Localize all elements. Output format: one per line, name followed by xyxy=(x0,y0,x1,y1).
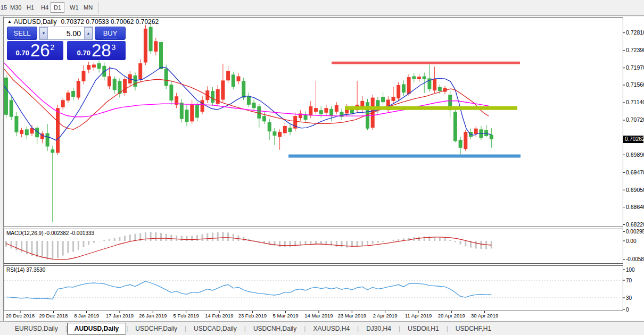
tab-audusd-daily[interactable]: AUDUSD,Daily xyxy=(67,323,126,334)
svg-text:0.71560: 0.71560 xyxy=(626,81,644,88)
svg-text:0.68220: 0.68220 xyxy=(626,221,644,228)
timeframe-h1[interactable]: H1 xyxy=(24,3,36,12)
svg-text:30 Apr 2019: 30 Apr 2019 xyxy=(471,313,498,319)
svg-text:2 Apr 2019: 2 Apr 2019 xyxy=(373,313,398,319)
time-axis[interactable]: 20 Dec 201829 Dec 20188 Jan 201917 Jan 2… xyxy=(6,311,498,319)
symbol-tab-bar: EURUSD,Daily|AUDUSD,Daily|USDCHF,Daily|U… xyxy=(0,321,644,335)
collapse-arrow-icon[interactable]: ▲ xyxy=(7,19,12,24)
quote-line: ▲AUDUSD,Daily0.70372 0.70533 0.70062 0.7… xyxy=(7,18,159,26)
buy-price-superscript: 3 xyxy=(112,43,116,52)
svg-text:5 Mar 2019: 5 Mar 2019 xyxy=(273,313,299,319)
svg-text:0.71140: 0.71140 xyxy=(626,99,644,105)
buy-price-big: 28 xyxy=(92,43,111,58)
sell-button-label: SELL xyxy=(14,29,31,38)
svg-text:26 Jan 2019: 26 Jan 2019 xyxy=(139,313,167,319)
buy-button-label: BUY xyxy=(103,29,118,38)
svg-text:100: 100 xyxy=(626,267,635,273)
svg-text:29 Dec 2018: 29 Dec 2018 xyxy=(39,313,68,319)
svg-text:0.002957: 0.002957 xyxy=(626,229,644,234)
tab-usdcad-daily[interactable]: USDCAD,Daily xyxy=(186,323,244,334)
svg-text:17 Jan 2019: 17 Jan 2019 xyxy=(106,313,134,319)
timeframe-h4[interactable]: H4 xyxy=(39,3,51,12)
svg-text:11 Apr 2019: 11 Apr 2019 xyxy=(405,313,432,319)
sell-price-big: 26 xyxy=(30,43,50,58)
svg-text:14 Feb 2019: 14 Feb 2019 xyxy=(205,313,233,319)
svg-text:0.72810: 0.72810 xyxy=(626,29,644,36)
svg-text:23 Feb 2019: 23 Feb 2019 xyxy=(238,313,267,319)
panel-frames xyxy=(4,17,644,321)
svg-text:0.00: 0.00 xyxy=(626,238,637,244)
buy-button[interactable]: BUY xyxy=(95,27,126,40)
svg-text:0.71970: 0.71970 xyxy=(626,64,644,71)
ohlc-values: 0.70372 0.70533 0.70062 0.70262 xyxy=(61,18,159,26)
chart-window[interactable]: 0.728100.723900.719700.715600.711400.707… xyxy=(0,16,644,321)
up-arrow-icon: ▲ xyxy=(87,31,90,35)
svg-text:20 Dec 2018: 20 Dec 2018 xyxy=(6,313,35,319)
timeframe-mn[interactable]: MN xyxy=(81,3,95,12)
timeframe-d1[interactable]: D1 xyxy=(51,2,64,13)
svg-text:23 Mar 2019: 23 Mar 2019 xyxy=(338,313,366,319)
tab-usdcnh-daily[interactable]: USDCNH,Daily xyxy=(246,323,304,334)
svg-text:30: 30 xyxy=(626,295,632,301)
svg-text:8 Jan 2019: 8 Jan 2019 xyxy=(74,313,99,319)
tab-usdchf-h1[interactable]: USDCHF,H1 xyxy=(448,323,499,334)
down-arrow-icon: ▼ xyxy=(42,31,46,35)
window-left-edge xyxy=(0,16,4,321)
timeframe-m30[interactable]: M30 xyxy=(8,3,23,12)
svg-text:20 Apr 2019: 20 Apr 2019 xyxy=(438,313,465,319)
svg-text:0: 0 xyxy=(626,307,629,313)
svg-text:0.69890: 0.69890 xyxy=(626,152,644,158)
sell-price-display[interactable]: 0.70 26 2 xyxy=(7,41,63,60)
rsi-indicator-label: RSI(14) 37.3530 xyxy=(6,267,45,273)
svg-text:0.72390: 0.72390 xyxy=(626,47,644,53)
macd-indicator-label: MACD(12,26,9) -0.002382 -0.001333 xyxy=(6,230,94,236)
sell-price-small: 0.70 xyxy=(16,49,29,57)
tab-xauusd-h4[interactable]: XAUUSD,H4 xyxy=(306,323,357,334)
sell-price-superscript: 2 xyxy=(51,43,55,52)
timeframe-w1[interactable]: W1 xyxy=(68,3,81,12)
symbol-name: AUDUSD,Daily xyxy=(14,18,57,26)
svg-text:14 Mar 2019: 14 Mar 2019 xyxy=(304,313,333,319)
volume-input[interactable] xyxy=(48,27,84,39)
price-chart[interactable]: 0.728100.723900.719700.715600.711400.707… xyxy=(0,16,644,321)
svg-text:0.69050: 0.69050 xyxy=(626,187,644,193)
tab-usdoil-h1[interactable]: USDOil,H1 xyxy=(400,323,447,334)
tab-dj30-h4[interactable]: DJ30,H4 xyxy=(359,323,399,334)
svg-text:70: 70 xyxy=(626,278,632,283)
svg-text:0.70262: 0.70262 xyxy=(625,136,644,142)
volume-decrease-button[interactable]: ▼ xyxy=(39,27,48,39)
svg-text:-0.00582: -0.00582 xyxy=(626,256,644,262)
tab-eurusd-daily[interactable]: EURUSD,Daily xyxy=(7,323,65,334)
one-click-trading-panel: SELL ▼ ▲ BUY 0.70 26 2 0.70 28 3 xyxy=(7,27,126,60)
volume-increase-button[interactable]: ▲ xyxy=(84,27,93,39)
svg-text:5 Feb 2019: 5 Feb 2019 xyxy=(174,313,199,319)
timeframe-toolbar: 15M30H1H4D1W1MN xyxy=(0,0,644,16)
svg-text:0.68640: 0.68640 xyxy=(626,204,644,210)
svg-text:0.70720: 0.70720 xyxy=(626,116,644,123)
buy-price-small: 0.70 xyxy=(77,49,90,57)
volume-stepper: ▼ ▲ xyxy=(39,27,93,40)
tab-usdchf-daily[interactable]: USDCHF,Daily xyxy=(128,323,185,334)
buy-price-display[interactable]: 0.70 28 3 xyxy=(67,41,126,60)
sell-button[interactable]: SELL xyxy=(7,27,37,40)
svg-text:0.69470: 0.69470 xyxy=(626,169,644,175)
toolbar-separator xyxy=(98,2,98,14)
